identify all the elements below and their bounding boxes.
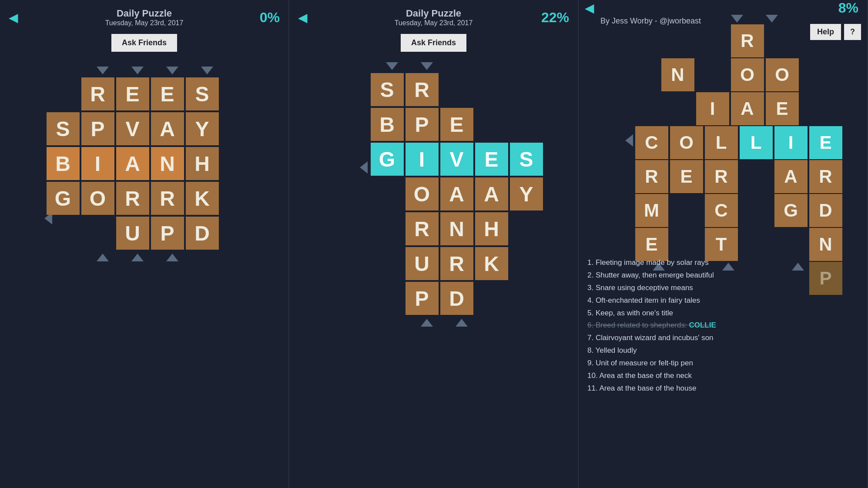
tile-h-2-4[interactable]: H bbox=[186, 147, 219, 180]
p2-r-4-1[interactable]: R bbox=[406, 212, 439, 245]
panel-3-progress: 8% bbox=[838, 0, 858, 16]
p3-e-3-5[interactable]: E bbox=[809, 126, 842, 159]
p3-i-3-4[interactable]: I bbox=[774, 126, 808, 159]
tile-n-2-3[interactable]: N bbox=[151, 147, 184, 180]
tile-s-0-4[interactable]: S bbox=[186, 77, 219, 110]
tile-i-2-1[interactable]: I bbox=[81, 147, 114, 180]
p2-p-1-1[interactable]: P bbox=[406, 108, 439, 141]
p2-b-1-0[interactable]: B bbox=[371, 108, 404, 141]
p2-s-0-0[interactable]: S bbox=[371, 73, 404, 106]
arrow-down-3 bbox=[166, 67, 178, 74]
back-arrow-1[interactable]: ◀ bbox=[9, 10, 18, 25]
p3-t-6-2[interactable]: T bbox=[705, 228, 738, 261]
back-arrow-3[interactable]: ◀ bbox=[585, 1, 594, 15]
clue-6: 6. Breed related to shepherds: COLLIE bbox=[587, 319, 858, 332]
p3-e-4-1[interactable]: E bbox=[670, 160, 703, 193]
p2-e-1-2[interactable]: E bbox=[440, 108, 473, 141]
p2-o-3-1[interactable]: O bbox=[406, 177, 439, 211]
p2-s-2-4[interactable]: S bbox=[510, 143, 543, 176]
tile-o-3-1[interactable]: O bbox=[81, 182, 114, 215]
p2-i-2-1[interactable]: I bbox=[406, 143, 439, 176]
panel-1-grid: R E E S S P V A Y B I A N H G O R R K U … bbox=[44, 67, 245, 275]
p2-g-2-0[interactable]: G bbox=[371, 143, 404, 176]
p2-r-0-1[interactable]: R bbox=[406, 73, 439, 106]
p3-l-3-2[interactable]: L bbox=[705, 126, 738, 159]
clue-11: 11. Area at the base of the house bbox=[587, 382, 858, 395]
tile-a-1-3[interactable]: A bbox=[151, 112, 184, 145]
tile-v-1-2[interactable]: V bbox=[116, 112, 149, 145]
p3-i-2-2[interactable]: I bbox=[696, 92, 729, 125]
arrow-down-4 bbox=[201, 67, 213, 74]
p3-c-5-2[interactable]: C bbox=[705, 194, 738, 227]
clue-7: 7. Clairvoyant wizard and incubus' son bbox=[587, 332, 858, 344]
p2-k-5-3[interactable]: K bbox=[475, 247, 508, 280]
panel-3: ◀ By Jess Worby - @jworbeast 8% Help ? R… bbox=[579, 0, 868, 488]
ask-friends-button-2[interactable]: Ask Friends bbox=[401, 34, 466, 52]
p3-r-0-3[interactable]: R bbox=[731, 24, 764, 57]
p3-r-4-5[interactable]: R bbox=[809, 160, 842, 193]
tile-p-4-3[interactable]: P bbox=[151, 217, 184, 250]
panel-1-progress: 0% bbox=[260, 10, 280, 26]
p2-p-6-1[interactable]: P bbox=[406, 282, 439, 315]
p2-arrow-down-1 bbox=[386, 62, 398, 70]
p3-g-5-4[interactable]: G bbox=[774, 194, 808, 227]
p3-e-6-0[interactable]: E bbox=[635, 228, 668, 261]
p3-n-6-5[interactable]: N bbox=[809, 228, 842, 261]
p3-o-1-4[interactable]: O bbox=[766, 58, 799, 91]
clue-10: 10. Area at the base of the neck bbox=[587, 370, 858, 382]
p2-y-3-4[interactable]: Y bbox=[510, 177, 543, 211]
tile-s-1-0[interactable]: S bbox=[47, 112, 80, 145]
p3-m-5-0[interactable]: M bbox=[635, 194, 668, 227]
p2-e-2-3[interactable]: E bbox=[475, 143, 508, 176]
tile-a-2-2[interactable]: A bbox=[116, 147, 149, 180]
tile-p-1-1[interactable]: P bbox=[81, 112, 114, 145]
arrow-up-2 bbox=[131, 254, 144, 261]
tile-r-0-1[interactable]: R bbox=[81, 77, 114, 110]
clues-list: 1. Fleeting image made by solar rays 2. … bbox=[587, 257, 858, 484]
p3-o-1-3[interactable]: O bbox=[731, 58, 764, 91]
p2-n-4-2[interactable]: N bbox=[440, 212, 473, 245]
tile-d-4-4[interactable]: D bbox=[186, 217, 219, 250]
panel-1-title: Daily Puzzle Tuesday, May 23rd, 2017 bbox=[105, 8, 184, 27]
panel-3-grid: R N O O I A E C O L L I E R E R A R M C … bbox=[625, 15, 838, 215]
tile-y-1-4[interactable]: Y bbox=[186, 112, 219, 145]
question-button[interactable]: ? bbox=[844, 24, 861, 40]
p3-c-3-0[interactable]: C bbox=[635, 126, 668, 159]
arrow-down-2 bbox=[131, 67, 144, 74]
panel-2-header: ◀ Daily Puzzle Tuesday, May 23rd, 2017 2… bbox=[289, 4, 578, 30]
p2-v-2-2[interactable]: V bbox=[440, 143, 473, 176]
arrow-up-1 bbox=[97, 254, 109, 261]
back-arrow-2[interactable]: ◀ bbox=[298, 10, 308, 25]
p2-d-6-2[interactable]: D bbox=[440, 282, 473, 315]
p3-r-4-2[interactable]: R bbox=[705, 160, 738, 193]
p2-u-5-1[interactable]: U bbox=[406, 247, 439, 280]
p3-l-3-3[interactable]: L bbox=[740, 126, 773, 159]
p2-r-5-2[interactable]: R bbox=[440, 247, 473, 280]
ask-friends-button-1[interactable]: Ask Friends bbox=[111, 34, 177, 52]
clue-6-answer: COLLIE bbox=[689, 321, 716, 329]
panel-2-title: Daily Puzzle Tuesday, May 23rd, 2017 bbox=[395, 8, 473, 27]
tile-g-3-0[interactable]: G bbox=[47, 182, 80, 215]
p3-n-1-1[interactable]: N bbox=[661, 58, 694, 91]
tile-r-3-2[interactable]: R bbox=[116, 182, 149, 215]
p3-o-3-1[interactable]: O bbox=[670, 126, 703, 159]
arrow-down-1 bbox=[97, 67, 109, 74]
tile-k-3-4[interactable]: K bbox=[186, 182, 219, 215]
tile-e-0-3[interactable]: E bbox=[151, 77, 184, 110]
arrow-up-3 bbox=[166, 254, 178, 261]
p2-a-3-3[interactable]: A bbox=[475, 177, 508, 211]
p3-a-2-3[interactable]: A bbox=[731, 92, 764, 125]
tile-u-4-2[interactable]: U bbox=[116, 217, 149, 250]
p2-h-4-3[interactable]: H bbox=[475, 212, 508, 245]
tile-b-2-0[interactable]: B bbox=[47, 147, 80, 180]
panel-1: ◀ Daily Puzzle Tuesday, May 23rd, 2017 0… bbox=[0, 0, 289, 488]
tile-e-0-2[interactable]: E bbox=[116, 77, 149, 110]
p2-arrow-left-1 bbox=[360, 161, 368, 174]
p2-a-3-2[interactable]: A bbox=[440, 177, 473, 211]
p3-d-5-5[interactable]: D bbox=[809, 194, 842, 227]
p3-a-4-4[interactable]: A bbox=[774, 160, 808, 193]
tile-r-3-3[interactable]: R bbox=[151, 182, 184, 215]
p3-e-2-4[interactable]: E bbox=[766, 92, 799, 125]
clue-3: 3. Snare using deceptive means bbox=[587, 282, 858, 294]
p3-r-4-0[interactable]: R bbox=[635, 160, 668, 193]
